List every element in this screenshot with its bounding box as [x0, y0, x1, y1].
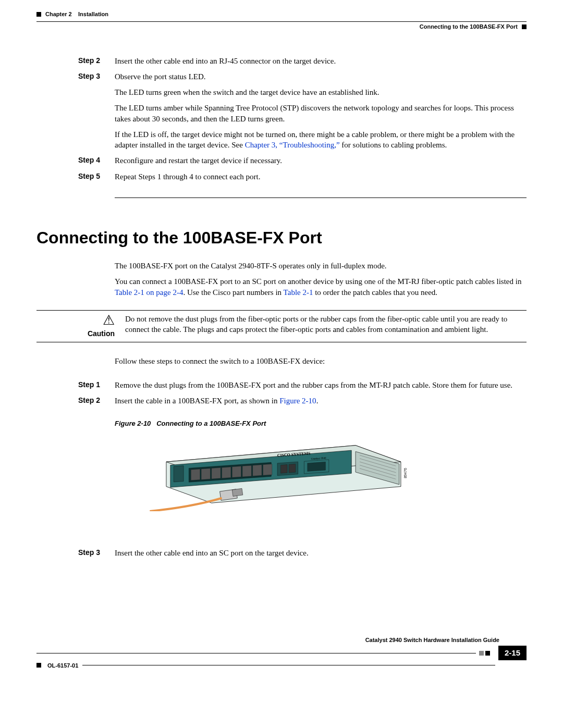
step-text: Observe the port status LED. [115, 71, 527, 82]
svg-rect-7 [212, 467, 221, 479]
step-label: Step 3 [78, 71, 115, 151]
chapter-title: Installation [78, 11, 108, 17]
step-label: Step 3 [78, 548, 115, 558]
troubleshooting-link[interactable]: Chapter 3, “Troubleshooting,” [245, 141, 340, 149]
page-number: 2-15 [498, 646, 527, 660]
figure-link[interactable]: Figure 2-10 [279, 397, 316, 405]
running-header-right: Connecting to the 100BASE-FX Port [420, 23, 527, 31]
step-row: Step 3 Observe the port status LED. The … [115, 71, 527, 151]
svg-rect-8 [222, 467, 231, 478]
svg-rect-9 [232, 466, 241, 478]
chapter-label: Chapter 2 [45, 11, 72, 17]
page-footer: Catalyst 2940 Switch Hardware Installati… [36, 636, 527, 670]
header-rule [36, 21, 527, 22]
footer-marker-icon [479, 651, 484, 656]
follow-steps-text: Follow these steps to connect the switch… [115, 356, 527, 366]
switch-svg: CISCO SYSTEMS Catalyst 2940 89476 [115, 433, 448, 511]
figure-caption: Figure 2-10 Connecting to a 100BASE-FX P… [115, 419, 527, 428]
step-label: Step 2 [78, 56, 115, 66]
intro-paragraph: You can connect a 100BASE-FX port to an … [115, 276, 527, 298]
section-end-rule [115, 198, 527, 198]
table-link[interactable]: Table 2-1 [284, 288, 313, 297]
step-row: Step 2 Insert the other cable end into a… [115, 56, 527, 66]
intro-paragraph: The 100BASE-FX port on the Catalyst 2940… [115, 261, 527, 271]
caution-rule [36, 310, 527, 311]
step-text: Insert the other cable end into an SC po… [115, 548, 309, 558]
step-row: Step 5 Repeat Steps 1 through 4 to conne… [115, 171, 527, 182]
svg-rect-27 [232, 488, 243, 496]
warning-icon: ⚠ [103, 314, 115, 327]
step-text: Repeat Steps 1 through 4 to connect each… [115, 171, 261, 182]
caution-label: Caution [88, 329, 115, 339]
step-text: The LED turns amber while Spanning Tree … [115, 103, 527, 124]
step-row: Step 2 Insert the cable in a 100BASE-FX … [115, 396, 527, 406]
step-text: Remove the dust plugs from the 100BASE-F… [115, 380, 512, 390]
svg-rect-14 [280, 465, 287, 474]
table-link[interactable]: Table 2-1 on page 2-4 [115, 288, 183, 297]
step-row: Step 4 Reconfigure and restart the targe… [115, 155, 527, 166]
svg-text:89476: 89476 [403, 468, 408, 478]
header-marker-icon [36, 12, 41, 17]
step-text: The LED turns green when the switch and … [115, 87, 527, 97]
header-marker-icon [522, 24, 527, 29]
svg-rect-5 [191, 469, 200, 480]
step-text: If the LED is off, the target device mig… [115, 129, 527, 151]
caution-block: ⚠ Caution Do not remove the dust plugs f… [115, 314, 527, 339]
footer-marker-icon [36, 663, 41, 668]
caution-text: Do not remove the dust plugs from the fi… [125, 314, 527, 339]
svg-rect-12 [263, 464, 272, 475]
svg-rect-6 [201, 468, 210, 480]
svg-rect-11 [253, 465, 262, 476]
switch-illustration: CISCO SYSTEMS Catalyst 2940 89476 [115, 433, 527, 532]
step-label: Step 1 [78, 380, 115, 390]
svg-rect-17 [308, 462, 326, 471]
section-heading: Connecting to the 100BASE-FX Port [36, 227, 527, 249]
svg-rect-15 [289, 464, 296, 473]
svg-rect-3 [174, 466, 183, 482]
running-header-left: Chapter 2 Installation [36, 10, 108, 18]
caution-rule [36, 342, 527, 342]
footer-marker-icon [485, 651, 490, 656]
step-text: Reconfigure and restart the target devic… [115, 155, 282, 166]
step-row: Step 1 Remove the dust plugs from the 10… [115, 380, 527, 390]
step-label: Step 5 [78, 171, 115, 182]
step-text: Insert the cable in a 100BASE-FX port, a… [115, 396, 318, 406]
footer-doc-number: OL-6157-01 [47, 662, 78, 670]
step-label: Step 2 [78, 396, 115, 406]
svg-rect-10 [242, 465, 251, 477]
step-label: Step 4 [78, 155, 115, 166]
step-text: Insert the other cable end into an RJ-45… [115, 56, 336, 66]
step-row: Step 3 Insert the other cable end into a… [115, 548, 527, 558]
section-breadcrumb: Connecting to the 100BASE-FX Port [420, 23, 518, 31]
footer-doc-title: Catalyst 2940 Switch Hardware Installati… [36, 636, 499, 644]
